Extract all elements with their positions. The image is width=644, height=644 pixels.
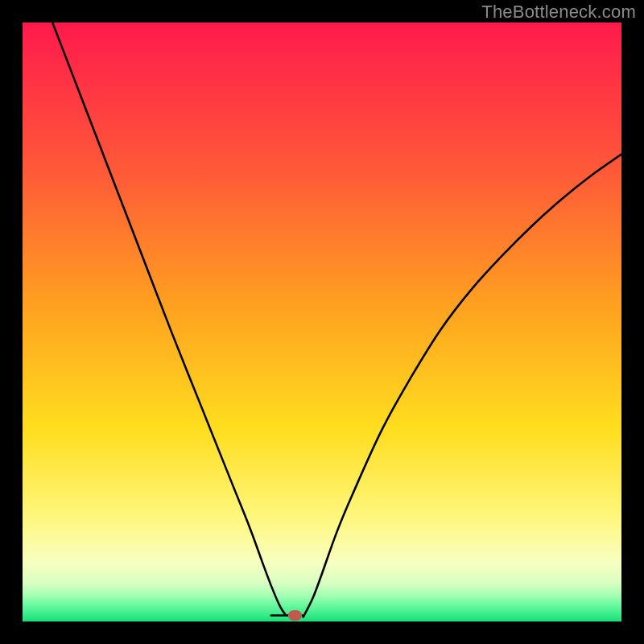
bottleneck-curve	[23, 23, 621, 621]
optimum-marker	[288, 610, 302, 621]
watermark-text: TheBottleneck.com	[481, 2, 636, 23]
plot-area	[23, 23, 621, 621]
chart-frame: TheBottleneck.com	[0, 0, 644, 644]
